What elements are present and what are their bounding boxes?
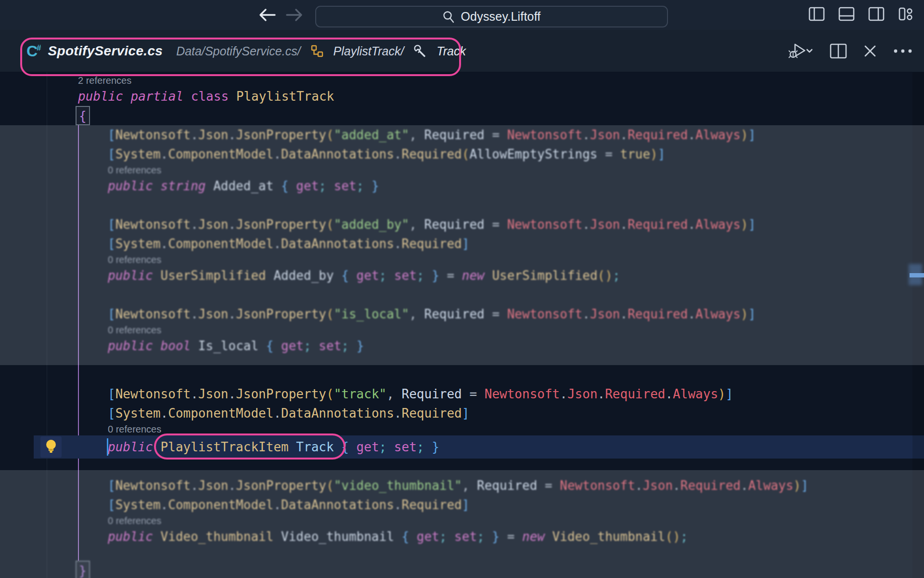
- more-actions-icon[interactable]: [893, 49, 912, 53]
- forward-arrow-button[interactable]: [284, 5, 305, 25]
- codelens-references[interactable]: 0 references: [0, 423, 924, 435]
- split-editor-icon[interactable]: [830, 43, 847, 59]
- code-line[interactable]: [System.ComponentModel.DataAnnotations.R…: [0, 495, 924, 514]
- close-editor-icon[interactable]: [863, 44, 877, 58]
- code-section-focused: [Newtonsoft.Json.JsonProperty("track", R…: [0, 365, 924, 470]
- class-symbol-icon: [310, 44, 324, 58]
- back-arrow-icon: [258, 8, 276, 22]
- empty-line[interactable]: [0, 470, 924, 476]
- editor-header: C# SpotifyService.cs Data/SpotifyService…: [0, 30, 924, 72]
- code-line[interactable]: {: [0, 106, 924, 125]
- search-value: Odyssey.Liftoff: [461, 10, 540, 24]
- code-line[interactable]: public Video_thumbnail Video_thumbnail {…: [0, 527, 924, 546]
- codelens-references[interactable]: 0 references: [0, 253, 924, 266]
- toggle-right-panel-icon[interactable]: [868, 7, 885, 21]
- scrollbar-cursor-marker: [910, 273, 924, 277]
- breadcrumb-member[interactable]: Track: [436, 44, 466, 58]
- empty-line[interactable]: [0, 285, 924, 304]
- code-line[interactable]: [System.ComponentModel.DataAnnotations.R…: [0, 144, 924, 164]
- search-input[interactable]: Odyssey.Liftoff: [315, 6, 668, 27]
- code-line[interactable]: public bool Is_local { get; set; }: [0, 336, 924, 355]
- empty-line[interactable]: [0, 546, 924, 561]
- code-line[interactable]: public UserSimplified Added_by { get; se…: [0, 266, 924, 285]
- search-icon: [442, 11, 455, 23]
- file-tab[interactable]: SpotifyService.cs: [48, 43, 163, 59]
- code-line[interactable]: [Newtonsoft.Json.JsonProperty("added_at"…: [0, 125, 924, 144]
- customize-layout-icon[interactable]: [898, 7, 913, 21]
- empty-line[interactable]: [0, 459, 924, 470]
- code-line[interactable]: [System.ComponentModel.DataAnnotations.R…: [0, 234, 924, 253]
- code-line[interactable]: [Newtonsoft.Json.JsonProperty("added_by"…: [0, 215, 924, 234]
- code-editor[interactable]: 2 referencespublic partial class Playlis…: [0, 72, 924, 578]
- code-line[interactable]: [Newtonsoft.Json.JsonProperty("is_local"…: [0, 304, 924, 324]
- code-line[interactable]: [System.ComponentModel.DataAnnotations.R…: [0, 404, 924, 423]
- breadcrumb-class[interactable]: PlaylistTrack/: [334, 44, 404, 58]
- code-line[interactable]: [Newtonsoft.Json.JsonProperty("video_thu…: [0, 476, 924, 495]
- start-debug-button[interactable]: [788, 41, 813, 61]
- code-line[interactable]: }: [0, 561, 924, 578]
- toggle-left-panel-icon[interactable]: [808, 7, 825, 21]
- empty-line[interactable]: [0, 365, 924, 384]
- back-arrow-button[interactable]: [257, 5, 278, 25]
- empty-line[interactable]: [0, 355, 924, 365]
- code-line[interactable]: public string Added_at { get; set; }: [0, 176, 924, 196]
- code-section-dimmed-upper: [Newtonsoft.Json.JsonProperty("added_at"…: [0, 125, 924, 365]
- forward-arrow-icon: [286, 8, 303, 22]
- breadcrumb-path[interactable]: Data/SpotifyService.cs/: [176, 44, 300, 58]
- code-section-dimmed-lower: [Newtonsoft.Json.JsonProperty("video_thu…: [0, 470, 924, 578]
- scrollbar[interactable]: [912, 72, 924, 578]
- window-titlebar: Odyssey.Liftoff: [0, 0, 924, 30]
- property-wrench-icon: [413, 44, 427, 58]
- codelens-references[interactable]: 0 references: [0, 164, 924, 176]
- csharp-file-icon: C#: [26, 43, 41, 59]
- codelens-references[interactable]: 0 references: [0, 514, 924, 527]
- text-cursor: [107, 438, 108, 456]
- code-line[interactable]: [Newtonsoft.Json.JsonProperty("track", R…: [0, 384, 924, 404]
- codelens-references[interactable]: 2 references: [0, 74, 924, 87]
- code-line[interactable]: public partial class PlaylistTrack: [0, 87, 924, 106]
- toggle-bottom-panel-icon[interactable]: [838, 7, 855, 21]
- lightbulb-icon: [40, 436, 62, 458]
- codelens-references[interactable]: 0 references: [0, 324, 924, 336]
- quick-fix-panel[interactable]: [40, 436, 62, 458]
- code-line-current[interactable]: public PlaylistTrackItem Track { get; se…: [0, 435, 924, 459]
- empty-line[interactable]: [0, 196, 924, 215]
- code-section-top: 2 referencespublic partial class Playlis…: [0, 72, 924, 125]
